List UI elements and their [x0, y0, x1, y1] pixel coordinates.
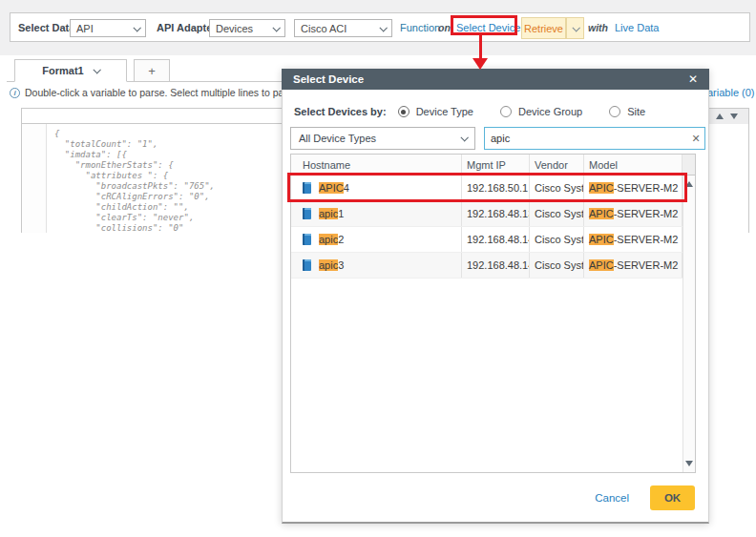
mgmt-ip-text: 192.168.50.1 [462, 176, 530, 200]
data-source-toolbar: Select Data: API API Adapter: Devices Ci… [10, 12, 750, 42]
radio-device-type[interactable]: Device Type [398, 106, 473, 117]
hostname-text: apic3 [319, 259, 344, 271]
tab-format1[interactable]: Format1 [14, 59, 127, 82]
dialog-header: Select Device ✕ [282, 69, 709, 90]
chevron-down-icon [133, 24, 140, 31]
function-link[interactable]: Function [400, 22, 440, 33]
scroll-down-icon[interactable] [685, 461, 693, 466]
ok-button[interactable]: OK [650, 485, 695, 510]
device-icon [303, 208, 311, 219]
with-label: with [588, 22, 608, 33]
dialog-title: Select Device [293, 73, 364, 85]
device-row-apic1[interactable]: apic1 192.168.48.135 Cisco Syst... APIC-… [291, 201, 695, 227]
radio-icon[interactable] [500, 106, 512, 117]
chevron-down-icon [272, 24, 280, 31]
device-type-filter-value: All Device Types [299, 133, 376, 144]
device-icon [303, 234, 311, 245]
select-by-row: Select Devices by: Device Type Device Gr… [294, 106, 672, 117]
device-search-box: ✕ [484, 127, 705, 150]
device-row-apic3[interactable]: apic3 192.168.48.146 Cisco Syst... APIC-… [291, 253, 695, 279]
device-row-apic2[interactable]: apic2 192.168.48.145 Cisco Syst... APIC-… [291, 227, 695, 253]
vendor-text: Cisco Syst... [530, 227, 584, 252]
column-mgmt-ip[interactable]: Mgmt IP [462, 155, 530, 175]
vendor-text: Cisco Syst... [530, 253, 584, 278]
vendor-text: Cisco Syst... [530, 201, 584, 226]
model-text: APIC-SERVER-M2 [584, 201, 682, 226]
column-hostname[interactable]: Hostname [291, 155, 462, 175]
retrieve-button[interactable]: Retrieve [521, 17, 566, 39]
retrieve-label: Retrieve [524, 23, 563, 34]
radio-device-group[interactable]: Device Group [500, 106, 582, 117]
device-row-apic4[interactable]: APIC4 192.168.50.1 Cisco Syst... APIC-SE… [291, 176, 695, 201]
device-type-filter-dropdown[interactable]: All Device Types [290, 127, 475, 150]
radio-device-group-label: Device Group [518, 106, 582, 117]
adapter-type-dropdown[interactable]: Cisco ACI [294, 19, 392, 37]
select-data-value: API [76, 23, 94, 34]
radio-site[interactable]: Site [609, 106, 645, 117]
dialog-footer: Cancel OK [595, 485, 695, 510]
code-gutter [22, 124, 47, 233]
vendor-text: Cisco Syst... [530, 176, 584, 200]
json-response-text[interactable]: { "totalCount": "1", "imdata": [{ "rmonE… [54, 129, 215, 233]
select-data-dropdown[interactable]: API [70, 19, 146, 37]
device-table: Hostname Mgmt IP Vendor Model APIC4 192.… [290, 154, 696, 473]
device-search-input[interactable] [485, 133, 687, 144]
table-scrollbar[interactable] [682, 176, 695, 472]
retrieve-dropdown-button[interactable] [566, 17, 584, 39]
select-device-dialog: Select Device ✕ Select Devices by: Devic… [282, 69, 709, 524]
clear-search-icon[interactable]: ✕ [687, 133, 704, 145]
device-icon [303, 182, 311, 194]
mgmt-ip-text: 192.168.48.145 [462, 227, 530, 252]
add-tab-label: + [148, 64, 156, 78]
hostname-text: APIC4 [319, 182, 349, 194]
annotation-box-select-device [451, 15, 517, 35]
model-text: APIC-SERVER-M2 [584, 227, 682, 252]
tab-format1-label: Format1 [42, 65, 83, 76]
mgmt-ip-text: 192.168.48.146 [462, 253, 530, 278]
annotation-arrow-head [472, 58, 488, 70]
hostname-text: apic1 [319, 208, 344, 219]
info-icon: i [10, 88, 20, 98]
adapter-type-value: Cisco ACI [301, 23, 346, 34]
cancel-button[interactable]: Cancel [595, 492, 629, 504]
model-text: APIC-SERVER-M2 [584, 253, 682, 278]
chevron-down-icon [93, 66, 100, 73]
chevron-down-icon [460, 134, 468, 141]
app-canvas: Select Data: API API Adapter: Devices Ci… [0, 0, 756, 537]
radio-selected-icon[interactable] [398, 106, 410, 117]
live-data-link[interactable]: Live Data [615, 22, 659, 33]
mgmt-ip-text: 192.168.48.135 [462, 201, 530, 226]
sort-up-icon[interactable] [716, 114, 724, 119]
on-label: on [438, 22, 451, 33]
api-adapter-dropdown[interactable]: Devices [209, 19, 285, 37]
annotation-arrow-line [479, 34, 482, 59]
device-icon [303, 259, 311, 271]
sort-down-icon[interactable] [730, 114, 738, 119]
scrollbar-header-cell [682, 155, 695, 175]
chevron-down-icon [572, 24, 579, 31]
column-vendor[interactable]: Vendor [530, 155, 584, 175]
hostname-text: apic2 [319, 234, 344, 245]
radio-icon[interactable] [609, 106, 620, 117]
column-model[interactable]: Model [584, 155, 682, 175]
close-icon[interactable]: ✕ [688, 72, 698, 86]
api-adapter-value: Devices [216, 23, 253, 34]
variable-count-link[interactable]: ariable (0) [707, 87, 755, 98]
chevron-down-icon [379, 24, 387, 31]
sort-controls [704, 109, 748, 124]
add-format-tab[interactable]: + [134, 59, 170, 82]
device-table-header: Hostname Mgmt IP Vendor Model [291, 155, 695, 176]
radio-device-type-label: Device Type [416, 106, 473, 117]
scroll-up-icon[interactable] [685, 181, 693, 187]
radio-site-label: Site [627, 106, 645, 117]
model-text: APIC-SERVER-M2 [584, 176, 682, 200]
select-by-label: Select Devices by: [294, 106, 387, 117]
